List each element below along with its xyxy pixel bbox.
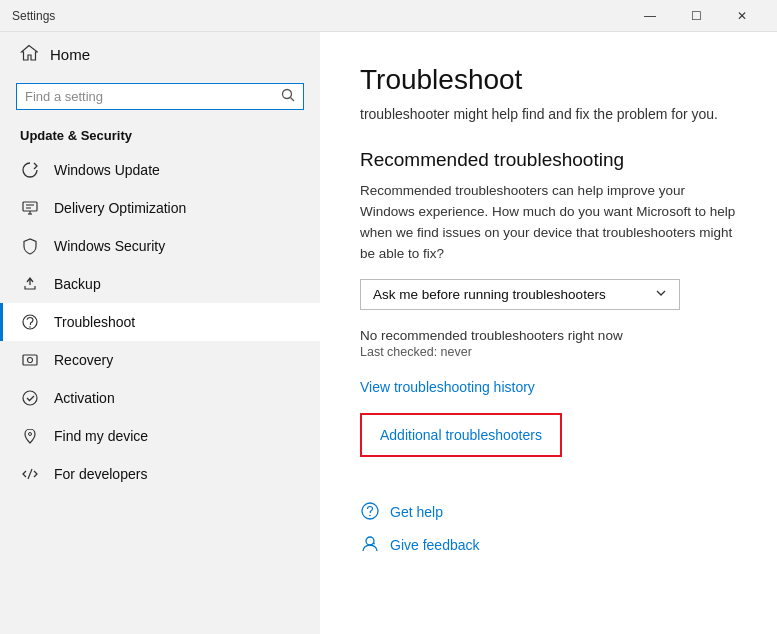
- sidebar-item-backup[interactable]: Backup: [0, 265, 320, 303]
- window-title: Settings: [12, 9, 627, 23]
- svg-rect-2: [23, 202, 37, 211]
- home-icon: [20, 44, 38, 65]
- sidebar-item-label: Recovery: [54, 352, 113, 368]
- find-my-device-icon: [20, 427, 40, 445]
- troubleshooter-dropdown[interactable]: Ask me before running troubleshooters: [360, 279, 680, 310]
- title-bar: Settings — ☐ ✕: [0, 0, 777, 32]
- page-title: Troubleshoot: [360, 64, 737, 96]
- sidebar-item-activation[interactable]: Activation: [0, 379, 320, 417]
- sidebar-item-delivery-optimization[interactable]: Delivery Optimization: [0, 189, 320, 227]
- svg-point-10: [28, 358, 33, 363]
- help-links: Get help Give feedback: [360, 501, 737, 557]
- sidebar-item-label: Troubleshoot: [54, 314, 135, 330]
- minimize-button[interactable]: —: [627, 0, 673, 32]
- additional-troubleshooters-link[interactable]: Additional troubleshooters: [380, 427, 542, 443]
- sidebar-item-label: Windows Update: [54, 162, 160, 178]
- svg-line-13: [28, 469, 32, 479]
- sidebar: Home Update & Security: [0, 32, 320, 634]
- give-feedback-icon: [360, 534, 380, 557]
- settings-window: Settings — ☐ ✕ Home: [0, 0, 777, 634]
- svg-point-0: [283, 90, 292, 99]
- main-content: Troubleshoot troubleshooter might help f…: [320, 32, 777, 634]
- sidebar-item-label: Windows Security: [54, 238, 165, 254]
- sidebar-item-label: For developers: [54, 466, 147, 482]
- search-box[interactable]: [16, 83, 304, 110]
- search-input[interactable]: [25, 89, 281, 104]
- chevron-down-icon: [655, 287, 667, 302]
- sidebar-item-troubleshoot[interactable]: Troubleshoot: [0, 303, 320, 341]
- give-feedback-link[interactable]: Give feedback: [390, 537, 480, 553]
- additional-troubleshooters-box: Additional troubleshooters: [360, 413, 562, 457]
- search-icon: [281, 88, 295, 105]
- sidebar-item-label: Find my device: [54, 428, 148, 444]
- sidebar-item-windows-security[interactable]: Windows Security: [0, 227, 320, 265]
- windows-security-icon: [20, 237, 40, 255]
- content-area: Home Update & Security: [0, 32, 777, 634]
- dropdown-value: Ask me before running troubleshooters: [373, 287, 606, 302]
- svg-line-1: [291, 98, 295, 102]
- sidebar-item-find-my-device[interactable]: Find my device: [0, 417, 320, 455]
- backup-icon: [20, 275, 40, 293]
- sidebar-item-for-developers[interactable]: For developers: [0, 455, 320, 493]
- delivery-optimization-icon: [20, 199, 40, 217]
- get-help-item: Get help: [360, 501, 737, 524]
- svg-point-11: [23, 391, 37, 405]
- svg-rect-9: [23, 355, 37, 365]
- sidebar-item-label: Delivery Optimization: [54, 200, 186, 216]
- svg-point-12: [29, 433, 32, 436]
- last-checked-text: Last checked: never: [360, 345, 737, 359]
- sidebar-item-home[interactable]: Home: [0, 32, 320, 77]
- maximize-button[interactable]: ☐: [673, 0, 719, 32]
- give-feedback-item: Give feedback: [360, 534, 737, 557]
- view-history-link[interactable]: View troubleshooting history: [360, 379, 535, 395]
- recommended-section-desc: Recommended troubleshooters can help imp…: [360, 181, 737, 265]
- home-label: Home: [50, 46, 90, 63]
- window-controls: — ☐ ✕: [627, 0, 765, 32]
- sidebar-section-title: Update & Security: [0, 122, 320, 151]
- recommended-section-title: Recommended troubleshooting: [360, 149, 737, 171]
- windows-update-icon: [20, 161, 40, 179]
- recovery-icon: [20, 351, 40, 369]
- get-help-link[interactable]: Get help: [390, 504, 443, 520]
- sidebar-item-label: Activation: [54, 390, 115, 406]
- page-subtitle: troubleshooter might help find and fix t…: [360, 104, 737, 125]
- sidebar-item-label: Backup: [54, 276, 101, 292]
- svg-point-8: [29, 326, 31, 328]
- activation-icon: [20, 389, 40, 407]
- sidebar-item-windows-update[interactable]: Windows Update: [0, 151, 320, 189]
- troubleshoot-icon: [20, 313, 40, 331]
- svg-point-15: [369, 514, 371, 516]
- for-developers-icon: [20, 465, 40, 483]
- no-troubleshooters-text: No recommended troubleshooters right now: [360, 328, 737, 343]
- close-button[interactable]: ✕: [719, 0, 765, 32]
- svg-point-16: [366, 537, 374, 545]
- sidebar-item-recovery[interactable]: Recovery: [0, 341, 320, 379]
- get-help-icon: [360, 501, 380, 524]
